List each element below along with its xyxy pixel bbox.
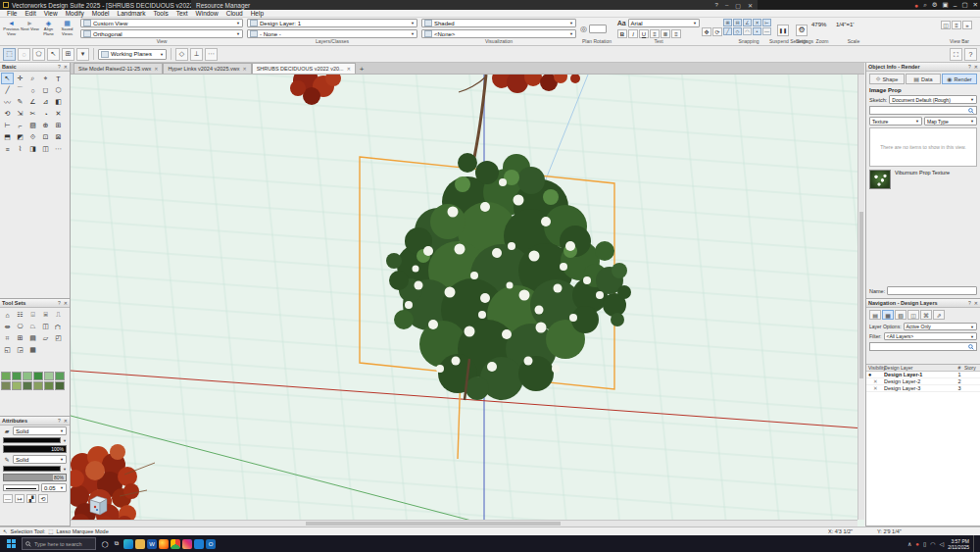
detailing-set[interactable]: ⎍ <box>52 309 65 321</box>
callout-tool[interactable]: ⌐ <box>14 120 26 131</box>
arrowhead-icon[interactable]: ↦ <box>15 494 24 503</box>
italic-button[interactable]: I <box>628 29 638 38</box>
next-view-button[interactable]: ►Next View <box>21 19 39 40</box>
close-tab-icon[interactable]: ✕ <box>154 66 158 72</box>
design-layers-pane-icon[interactable]: ▦ <box>882 310 894 320</box>
render-set[interactable]: ◲ <box>14 344 26 356</box>
landscape-area-tool[interactable] <box>12 372 22 380</box>
texture-filter-dropdown[interactable]: Texture▼ <box>869 117 922 125</box>
rm-close-button[interactable]: ✕ <box>748 2 753 9</box>
snap-tangent[interactable]: ◠ <box>743 27 752 35</box>
parking-tool[interactable] <box>55 381 65 390</box>
previous-view-button[interactable]: ◄Previous View <box>2 19 21 40</box>
layer-row[interactable]: ✕ Design Layer-3 3 <box>866 385 980 392</box>
texture-search-input[interactable] <box>869 106 977 115</box>
start-button[interactable] <box>0 535 22 552</box>
freehand-tool[interactable]: 〰 <box>1 96 14 108</box>
shell-tool[interactable]: ⊡ <box>39 131 52 143</box>
fillet-tool[interactable]: ◔ <box>39 108 52 120</box>
snap-smart-point[interactable]: • <box>753 27 761 35</box>
misc-set[interactable]: ▦ <box>26 344 39 356</box>
hatch-tool[interactable]: ▨ <box>26 120 39 131</box>
close-icon[interactable]: ✕ <box>974 300 978 306</box>
tool-sets-palette-header[interactable]: Tool Sets ?✕ <box>0 299 70 308</box>
line-tool[interactable]: ╱ <box>1 84 14 96</box>
dims-notes-set[interactable]: ⌸ <box>39 309 52 321</box>
irrigation-tool[interactable] <box>1 381 11 390</box>
drop-shadow-icon[interactable]: ▞ <box>26 494 36 503</box>
references-pane-icon[interactable]: ⇗ <box>933 310 945 320</box>
menu-item[interactable]: Text <box>172 10 192 17</box>
selection-tool[interactable]: ↖ <box>1 73 14 84</box>
layer-search-input[interactable] <box>869 342 977 351</box>
font-dropdown[interactable]: Arial▼ <box>628 19 700 27</box>
fill-opacity-bar[interactable]: 100% <box>3 445 67 453</box>
menu-item[interactable]: Tools <box>149 10 172 17</box>
close-icon[interactable]: ✕ <box>974 64 978 70</box>
help-icon[interactable]: ? <box>58 300 61 306</box>
tab-render[interactable]: ◉Render <box>942 74 977 84</box>
menu-item[interactable]: Cloud <box>222 10 247 17</box>
render-mode-dropdown[interactable]: Shaded▼ <box>421 19 576 27</box>
menu-item[interactable]: Edit <box>21 10 39 17</box>
net-select-mode[interactable]: ⊞ <box>62 48 74 61</box>
hidden-icons-chevron[interactable]: ∧ <box>907 540 911 547</box>
camera-set[interactable]: ◰ <box>52 332 65 344</box>
view-options-icon[interactable]: ⛶ <box>950 48 962 61</box>
canvas-vertical-scrollbar[interactable] <box>858 75 864 520</box>
visibility-column-header[interactable]: Visibility <box>866 365 884 371</box>
visibility-indicator[interactable]: ● <box>866 372 884 377</box>
plane-normal-icon[interactable]: ⟂ <box>190 48 203 61</box>
fill-color-menu-icon[interactable]: ▼ <box>63 438 67 443</box>
rm-maximize-button[interactable]: ▢ <box>735 2 741 9</box>
snap-smart-edge[interactable]: — <box>762 27 771 35</box>
font-style-icon[interactable]: Aa <box>617 20 626 26</box>
story-column-header[interactable]: Story <box>964 365 980 371</box>
text-tool[interactable]: T <box>52 73 65 84</box>
marquee-polygon-mode[interactable]: ⬠ <box>32 48 45 61</box>
snap-intersection[interactable]: ✕ <box>753 19 761 26</box>
reset-attributes-icon[interactable]: ⟲ <box>38 494 48 503</box>
snap-grid[interactable]: ⊞ <box>723 19 732 26</box>
align-tool[interactable]: ≡ <box>1 143 14 155</box>
resource-manager-titlebar[interactable]: Resource Manager ? – ▢ ✕ <box>191 0 758 10</box>
pan-tool-icon[interactable]: ✥ <box>702 27 711 36</box>
grade-tool[interactable] <box>55 372 65 380</box>
outlook-icon[interactable]: O <box>206 539 216 549</box>
section-set[interactable]: ⏥ <box>39 332 52 344</box>
solids-tool[interactable]: ⊠ <box>52 131 65 143</box>
snap-object[interactable]: ⊟ <box>733 19 742 26</box>
scrollbar-thumb[interactable] <box>859 212 863 378</box>
mirror-tool[interactable]: ◧ <box>52 96 65 108</box>
furnishing-set[interactable]: ⌺ <box>26 309 39 321</box>
network-icon[interactable]: ◠ <box>930 540 935 547</box>
table-header-row[interactable]: Visibility Design Layer # Story <box>866 365 980 372</box>
align-right-button[interactable]: ≡ <box>671 29 681 38</box>
object-info-header[interactable]: Object Info - Render ?✕ <box>866 63 980 72</box>
help-icon[interactable]: ? <box>968 300 971 306</box>
sheet-layers-pane-icon[interactable]: ▧ <box>895 310 906 320</box>
edge-icon[interactable] <box>123 539 133 549</box>
align-plane-button[interactable]: ◈Align Plane <box>39 19 58 40</box>
roof-set[interactable]: ⏢ <box>26 321 39 332</box>
hardscape-tool[interactable] <box>33 372 43 380</box>
close-tab-icon[interactable]: ✕ <box>347 66 351 72</box>
attributes-palette-header[interactable]: Attributes ?✕ <box>0 417 70 426</box>
align-center-button[interactable]: ≣ <box>661 29 670 38</box>
building-shell-set[interactable]: ⌂ <box>1 309 14 321</box>
new-tab-button[interactable]: + <box>356 65 368 74</box>
pen-color-swatch[interactable] <box>3 466 61 472</box>
menu-item[interactable]: Landmark <box>114 10 150 17</box>
layer-row[interactable]: ✕ Design Layer-2 2 <box>866 378 980 385</box>
image-prop-object[interactable] <box>90 496 107 515</box>
viewbar-layout-icon[interactable]: ◫ <box>941 21 951 29</box>
layer-row-active[interactable]: ● Design Layer-1 1 <box>866 372 980 378</box>
window-maximize-button[interactable]: ▢ <box>961 1 967 9</box>
3d-modeling-set[interactable]: ⎔ <box>14 321 26 332</box>
clip-tool[interactable]: ✂ <box>26 108 39 120</box>
number-column-header[interactable]: # <box>955 365 964 371</box>
active-class-dropdown[interactable]: - None -▼ <box>247 29 417 38</box>
direct-select-mode[interactable]: ↖ <box>47 48 60 61</box>
existing-tree-tool[interactable] <box>23 372 32 380</box>
render-style-dropdown[interactable]: <None>▼ <box>421 29 576 38</box>
